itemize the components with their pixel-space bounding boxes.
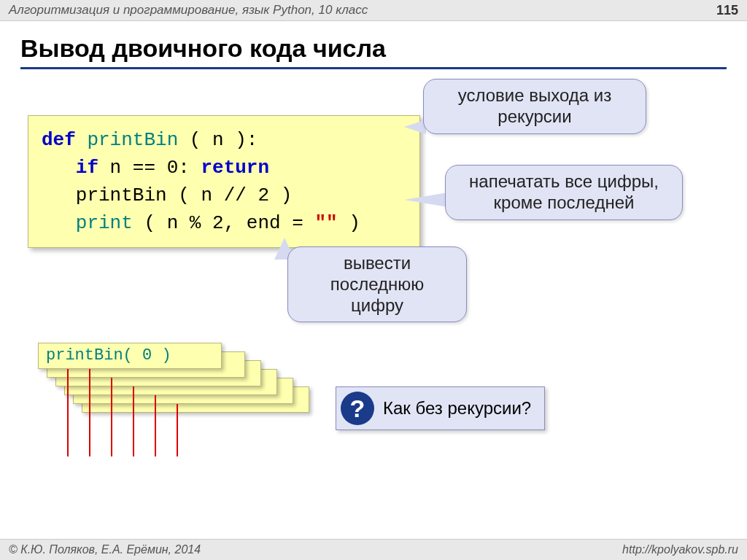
kw-if: if <box>42 157 98 179</box>
page-title: Вывод двоичного кода числа <box>20 34 727 69</box>
drop-line <box>155 395 156 456</box>
kw-def: def <box>42 129 76 151</box>
drop-line <box>67 369 69 456</box>
stack-card-top: printBin( 0 ) <box>38 343 222 369</box>
code-text: ( n ): <box>178 129 258 151</box>
code-text: n == 0: <box>98 157 190 179</box>
code-text: ) <box>338 212 360 234</box>
kw-print: print <box>42 212 133 234</box>
callout-pointer <box>404 192 448 207</box>
drop-line <box>111 378 112 456</box>
slide-header: Алгоритмизация и программирование, язык … <box>0 0 747 21</box>
breadcrumb: Алгоритмизация и программирование, язык … <box>9 0 368 20</box>
callout-exit-condition: условие выхода из рекурсии <box>423 79 646 134</box>
drop-line <box>177 404 178 456</box>
drop-line <box>89 369 90 456</box>
stack-call-text: printBin( 0 ) <box>46 346 171 365</box>
code-text: ( n % 2, end = <box>133 212 315 234</box>
code-block: def printBin ( n ): if n == 0: return pr… <box>28 115 420 248</box>
fn-name: printBin <box>76 129 178 151</box>
string-literal: "" <box>314 212 337 234</box>
callout-last-digit: вывести последнюю цифру <box>287 246 467 322</box>
drop-line <box>133 386 134 456</box>
callout-print-rest: напечатать все цифры, кроме последней <box>445 165 683 220</box>
copyright: © К.Ю. Поляков, Е.А. Ерёмин, 2014 <box>9 540 201 560</box>
code-text: printBin ( n // 2 ) <box>42 184 292 206</box>
footer-url: http://kpolyakov.spb.ru <box>622 540 738 560</box>
slide-footer: © К.Ю. Поляков, Е.А. Ерёмин, 2014 http:/… <box>0 539 747 560</box>
kw-return: return <box>190 157 269 179</box>
question-box: ? Как без рекурсии? <box>336 386 545 430</box>
question-text: Как без рекурсии? <box>383 398 531 419</box>
question-mark-icon: ? <box>341 392 374 425</box>
page-number: 115 <box>716 0 738 20</box>
